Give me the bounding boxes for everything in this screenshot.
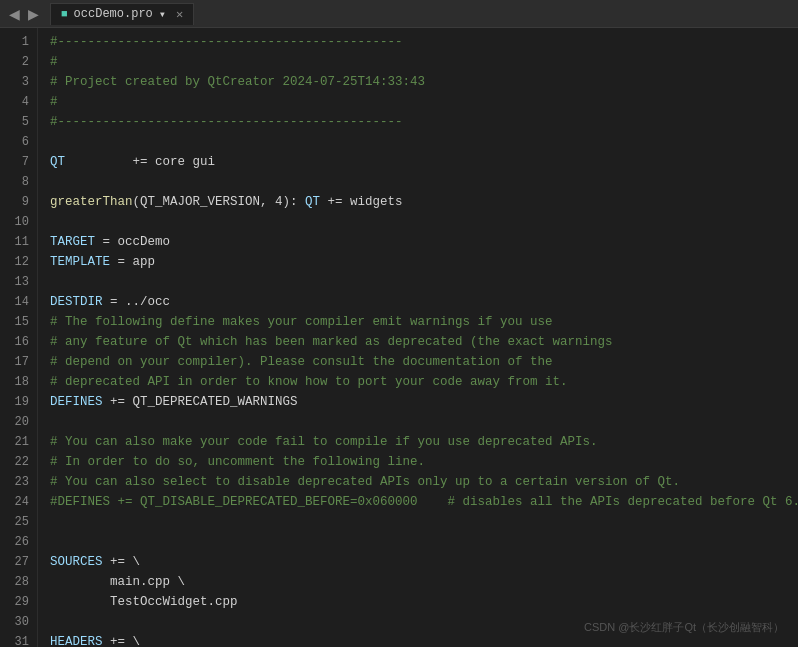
token: # The following define makes your compil…	[50, 315, 553, 329]
code-line: main.cpp \	[50, 572, 798, 592]
code-line: #---------------------------------------…	[50, 32, 798, 52]
code-line: TestOccWidget.cpp	[50, 592, 798, 612]
code-line: TARGET = occDemo	[50, 232, 798, 252]
token: QT	[50, 155, 65, 169]
line-number: 19	[0, 392, 37, 412]
token: greaterThan	[50, 195, 133, 209]
token: DESTDIR	[50, 295, 103, 309]
code-line	[50, 532, 798, 552]
line-number: 28	[0, 572, 37, 592]
code-line: #	[50, 52, 798, 72]
token: TestOccWidget.cpp	[50, 595, 238, 609]
token: += \	[103, 635, 141, 647]
line-number: 27	[0, 552, 37, 572]
tab-title: occDemo.pro	[74, 7, 153, 21]
line-number: 16	[0, 332, 37, 352]
line-number: 21	[0, 432, 37, 452]
file-icon: ■	[61, 8, 68, 20]
code-area[interactable]: #---------------------------------------…	[38, 28, 798, 647]
token: # You can also make your code fail to co…	[50, 435, 598, 449]
token: = app	[110, 255, 155, 269]
code-line	[50, 272, 798, 292]
line-number: 6	[0, 132, 37, 152]
code-line	[50, 212, 798, 232]
code-line: # You can also select to disable depreca…	[50, 472, 798, 492]
title-bar: ◀ ▶ ■ occDemo.pro ▾ ✕	[0, 0, 798, 28]
forward-button[interactable]: ▶	[25, 6, 42, 22]
line-number: 29	[0, 592, 37, 612]
token: += core gui	[65, 155, 215, 169]
watermark: CSDN @长沙红胖子Qt（长沙创融智科）	[584, 620, 784, 635]
code-line: greaterThan(QT_MAJOR_VERSION, 4): QT += …	[50, 192, 798, 212]
code-line: TEMPLATE = app	[50, 252, 798, 272]
line-number: 11	[0, 232, 37, 252]
code-line	[50, 512, 798, 532]
token: #DEFINES += QT_DISABLE_DEPRECATED_BEFORE…	[50, 495, 798, 509]
line-number: 9	[0, 192, 37, 212]
line-number: 7	[0, 152, 37, 172]
line-number: 30	[0, 612, 37, 632]
line-number: 5	[0, 112, 37, 132]
line-number: 3	[0, 72, 37, 92]
line-number: 24	[0, 492, 37, 512]
code-line: #DEFINES += QT_DISABLE_DEPRECATED_BEFORE…	[50, 492, 798, 512]
line-number: 10	[0, 212, 37, 232]
line-number: 15	[0, 312, 37, 332]
token: = occDemo	[95, 235, 170, 249]
code-line: # Project created by QtCreator 2024-07-2…	[50, 72, 798, 92]
code-line: #	[50, 92, 798, 112]
token: #---------------------------------------…	[50, 35, 403, 49]
token: main.cpp \	[50, 575, 185, 589]
token: += \	[103, 555, 141, 569]
token: += widgets	[320, 195, 403, 209]
token: TARGET	[50, 235, 95, 249]
line-numbers: 1234567891011121314151617181920212223242…	[0, 28, 38, 647]
line-number: 12	[0, 252, 37, 272]
nav-buttons[interactable]: ◀ ▶	[6, 6, 42, 22]
code-line	[50, 412, 798, 432]
editor-container: 1234567891011121314151617181920212223242…	[0, 28, 798, 647]
code-line	[50, 172, 798, 192]
code-line: # The following define makes your compil…	[50, 312, 798, 332]
line-number: 2	[0, 52, 37, 72]
token: # deprecated API in order to know how to…	[50, 375, 568, 389]
back-button[interactable]: ◀	[6, 6, 23, 22]
code-line: DESTDIR = ../occ	[50, 292, 798, 312]
token: #---------------------------------------…	[50, 115, 403, 129]
code-line: # depend on your compiler). Please consu…	[50, 352, 798, 372]
line-number: 14	[0, 292, 37, 312]
line-number: 8	[0, 172, 37, 192]
line-number: 25	[0, 512, 37, 532]
token: #	[50, 95, 58, 109]
line-number: 20	[0, 412, 37, 432]
token: HEADERS	[50, 635, 103, 647]
token: # Project created by QtCreator 2024-07-2…	[50, 75, 425, 89]
token: # any feature of Qt which has been marke…	[50, 335, 613, 349]
line-number: 23	[0, 472, 37, 492]
line-number: 13	[0, 272, 37, 292]
line-number: 31	[0, 632, 37, 647]
token: # In order to do so, uncomment the follo…	[50, 455, 425, 469]
line-number: 4	[0, 92, 37, 112]
line-number: 18	[0, 372, 37, 392]
token: # depend on your compiler). Please consu…	[50, 355, 553, 369]
token: TEMPLATE	[50, 255, 110, 269]
token: = ../occ	[103, 295, 171, 309]
token: (QT_MAJOR_VERSION, 4):	[133, 195, 306, 209]
line-number: 26	[0, 532, 37, 552]
code-line: DEFINES += QT_DEPRECATED_WARNINGS	[50, 392, 798, 412]
code-line: QT += core gui	[50, 152, 798, 172]
code-line: # deprecated API in order to know how to…	[50, 372, 798, 392]
file-tab[interactable]: ■ occDemo.pro ▾ ✕	[50, 3, 194, 25]
code-line: # any feature of Qt which has been marke…	[50, 332, 798, 352]
token: SOURCES	[50, 555, 103, 569]
code-line: # In order to do so, uncomment the follo…	[50, 452, 798, 472]
token: DEFINES	[50, 395, 103, 409]
close-tab-button[interactable]: ✕	[176, 7, 183, 22]
line-number: 22	[0, 452, 37, 472]
token: #	[50, 55, 58, 69]
token: QT	[305, 195, 320, 209]
dropdown-arrow[interactable]: ▾	[159, 7, 166, 22]
code-line: # You can also make your code fail to co…	[50, 432, 798, 452]
code-line: #---------------------------------------…	[50, 112, 798, 132]
